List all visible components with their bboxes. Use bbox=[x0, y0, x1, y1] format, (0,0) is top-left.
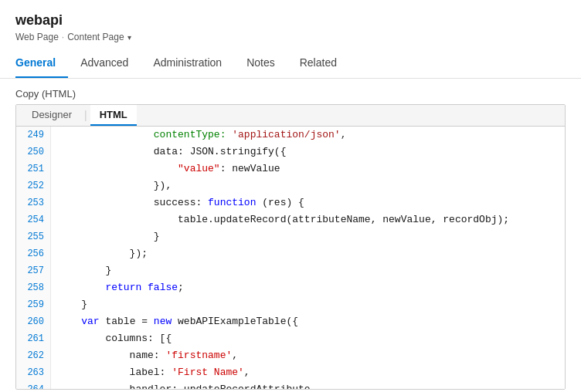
breadcrumb-separator: · bbox=[62, 32, 64, 42]
table-row: 254 table.updateRecord(attributeName, ne… bbox=[16, 211, 565, 228]
line-number: 253 bbox=[16, 194, 51, 211]
editor-tab-divider: | bbox=[81, 105, 90, 126]
table-row: 252 }), bbox=[16, 177, 565, 194]
line-number: 249 bbox=[16, 127, 51, 144]
line-number: 250 bbox=[16, 144, 51, 161]
line-number: 258 bbox=[16, 279, 51, 296]
tab-related[interactable]: Related bbox=[287, 50, 349, 78]
breadcrumb: Web Page · Content Page ▾ bbox=[15, 32, 566, 42]
table-row: 264 handler: updateRecordAttribute bbox=[16, 381, 565, 389]
line-content: name: 'firstname', bbox=[51, 347, 565, 364]
table-row: 255 } bbox=[16, 228, 565, 245]
chevron-down-icon[interactable]: ▾ bbox=[127, 33, 131, 42]
line-number: 251 bbox=[16, 161, 51, 177]
tab-bar: General Advanced Administration Notes Re… bbox=[15, 50, 566, 78]
tab-notes[interactable]: Notes bbox=[234, 50, 287, 78]
line-number: 255 bbox=[16, 228, 51, 245]
line-content: contentType: 'application/json', bbox=[51, 127, 565, 144]
line-content: table.updateRecord(attributeName, newVal… bbox=[51, 211, 565, 228]
line-content: handler: updateRecordAttribute bbox=[51, 381, 565, 389]
line-number: 262 bbox=[16, 347, 51, 364]
line-content: } bbox=[51, 262, 565, 279]
line-content: label: 'First Name', bbox=[51, 364, 565, 381]
line-content: } bbox=[51, 296, 565, 313]
line-content: }), bbox=[51, 177, 565, 194]
table-row: 251 "value": newValue bbox=[16, 161, 565, 177]
line-number: 264 bbox=[16, 381, 51, 389]
line-content: columns: [{ bbox=[51, 330, 565, 347]
tab-advanced[interactable]: Advanced bbox=[68, 50, 141, 78]
code-editor-container: Designer | HTML 249 contentType: 'applic… bbox=[15, 104, 566, 390]
table-row: 258 return false; bbox=[16, 279, 565, 296]
editor-tab-bar: Designer | HTML bbox=[16, 105, 565, 127]
line-content: success: function (res) { bbox=[51, 194, 565, 211]
tab-administration[interactable]: Administration bbox=[141, 50, 234, 78]
table-row: 250 data: JSON.stringify({ bbox=[16, 144, 565, 161]
breadcrumb-part2: Content Page bbox=[67, 32, 124, 42]
editor-tab-designer[interactable]: Designer bbox=[22, 105, 81, 126]
table-row: 257 } bbox=[16, 262, 565, 279]
table-row: 256 }); bbox=[16, 245, 565, 262]
line-number: 259 bbox=[16, 296, 51, 313]
table-row: 262 name: 'firstname', bbox=[16, 347, 565, 364]
table-row: 259 } bbox=[16, 296, 565, 313]
code-editor[interactable]: 249 contentType: 'application/json',250 … bbox=[16, 127, 565, 389]
table-row: 260 var table = new webAPIExampleTable({ bbox=[16, 313, 565, 330]
line-number: 256 bbox=[16, 245, 51, 262]
table-row: 253 success: function (res) { bbox=[16, 194, 565, 211]
section-label: Copy (HTML) bbox=[15, 88, 566, 100]
line-content: } bbox=[51, 228, 565, 245]
line-number: 260 bbox=[16, 313, 51, 330]
page-header: webapi Web Page · Content Page ▾ General… bbox=[0, 0, 581, 79]
line-content: var table = new webAPIExampleTable({ bbox=[51, 313, 565, 330]
table-row: 263 label: 'First Name', bbox=[16, 364, 565, 381]
line-content: }); bbox=[51, 245, 565, 262]
breadcrumb-part1: Web Page bbox=[15, 32, 59, 42]
line-content: "value": newValue bbox=[51, 161, 565, 177]
line-content: return false; bbox=[51, 279, 565, 296]
line-content: data: JSON.stringify({ bbox=[51, 144, 565, 161]
editor-tab-html[interactable]: HTML bbox=[90, 105, 137, 126]
line-number: 261 bbox=[16, 330, 51, 347]
table-row: 249 contentType: 'application/json', bbox=[16, 127, 565, 144]
line-number: 252 bbox=[16, 177, 51, 194]
line-number: 254 bbox=[16, 211, 51, 228]
content-area: Copy (HTML) Designer | HTML 249 contentT… bbox=[0, 79, 581, 392]
title-row: webapi bbox=[15, 12, 566, 29]
page-title: webapi bbox=[15, 12, 63, 28]
table-row: 261 columns: [{ bbox=[16, 330, 565, 347]
tab-general[interactable]: General bbox=[15, 50, 68, 78]
line-number: 257 bbox=[16, 262, 51, 279]
line-number: 263 bbox=[16, 364, 51, 381]
